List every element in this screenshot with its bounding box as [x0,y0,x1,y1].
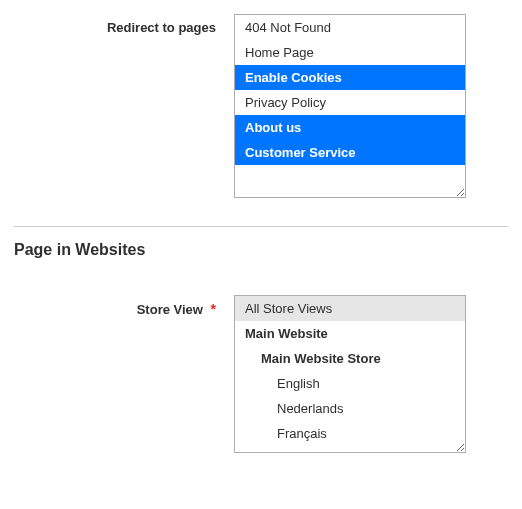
storeview-label-text: Store View [137,302,203,317]
storeview-option[interactable]: Main Website [235,321,465,346]
redirect-label: Redirect to pages [14,14,234,35]
redirect-option[interactable]: Customer Service [235,140,465,165]
storeview-multiselect[interactable]: All Store ViewsMain WebsiteMain Website … [234,295,466,453]
storeview-control: All Store ViewsMain WebsiteMain Website … [234,295,466,453]
section-title: Page in Websites [14,241,508,259]
redirect-field-row: Redirect to pages 404 Not FoundHome Page… [14,14,508,198]
redirect-option[interactable]: 404 Not Found [235,15,465,40]
redirect-option[interactable]: Privacy Policy [235,90,465,115]
storeview-option[interactable]: All Store Views [235,296,465,321]
redirect-option[interactable]: About us [235,115,465,140]
storeview-label: Store View * [14,295,234,317]
storeview-field-row: Store View * All Store ViewsMain Website… [14,295,508,453]
storeview-option[interactable]: Main Website Store [235,346,465,371]
redirect-option[interactable]: Enable Cookies [235,65,465,90]
storeview-option[interactable]: English [235,371,465,396]
redirect-option[interactable]: Home Page [235,40,465,65]
storeview-option[interactable]: Nederlands [235,396,465,421]
redirect-multiselect[interactable]: 404 Not FoundHome PageEnable CookiesPriv… [234,14,466,198]
required-icon: * [211,301,216,317]
storeview-option[interactable]: Français [235,421,465,446]
redirect-control: 404 Not FoundHome PageEnable CookiesPriv… [234,14,466,198]
section-divider [14,226,508,227]
